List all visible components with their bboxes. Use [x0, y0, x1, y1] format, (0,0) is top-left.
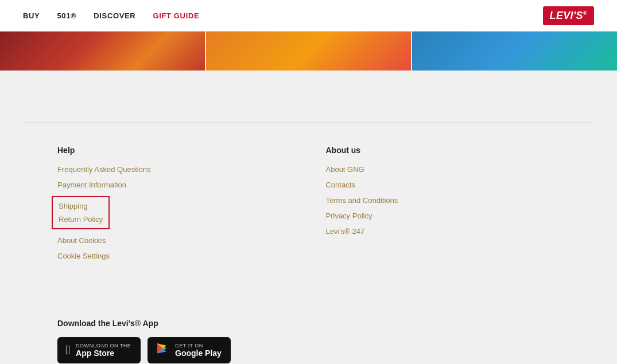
contacts-link[interactable]: Contacts [326, 181, 560, 189]
logo-area: LEVI'S® [543, 6, 594, 25]
apple-icon:  [65, 343, 70, 358]
app-store-main: App Store [76, 349, 131, 358]
terms-link[interactable]: Terms and Conditions [326, 196, 560, 205]
google-play-text: GET IT ON Google Play [175, 343, 222, 358]
hero-image-3 [412, 32, 617, 71]
privacy-link[interactable]: Privacy Policy [326, 212, 560, 220]
nav-gift-guide[interactable]: GIFT GUIDE [153, 11, 199, 20]
payment-link[interactable]: Payment Information [57, 181, 292, 189]
main-nav: BUY 501® DISCOVER GIFT GUIDE [23, 11, 543, 20]
hero-image-1 [0, 32, 205, 71]
about-cookies-link[interactable]: About Cookies [57, 236, 292, 245]
app-section: Download the Levi's® App  Download on t… [0, 319, 617, 363]
app-buttons:  Download on the App Store GET IT ON Go… [57, 337, 560, 363]
google-play-icon [156, 342, 169, 359]
app-title: Download the Levi's® App [57, 319, 560, 328]
header: BUY 501® DISCOVER GIFT GUIDE LEVI'S® [0, 0, 617, 32]
about-gng-link[interactable]: About GNG [326, 165, 560, 174]
about-column: About us About GNG Contacts Terms and Co… [326, 146, 560, 267]
hero-strip [0, 32, 617, 71]
shipping-link[interactable]: Shipping [59, 202, 103, 210]
nav-buy[interactable]: BUY [23, 11, 40, 20]
cookie-settings-link[interactable]: Cookie Settings [57, 252, 292, 260]
faq-link[interactable]: Frequently Asked Questions [57, 165, 292, 174]
levis-logo[interactable]: LEVI'S® [543, 6, 594, 25]
app-store-sub: Download on the [76, 343, 131, 349]
return-policy-link[interactable]: Return Policy [59, 215, 103, 224]
help-column: Help Frequently Asked Questions Payment … [57, 146, 292, 267]
levis247-link[interactable]: Levi's® 247 [326, 227, 560, 236]
nav-501[interactable]: 501® [57, 11, 76, 20]
google-play-main: Google Play [175, 349, 222, 358]
app-store-text: Download on the App Store [76, 343, 131, 358]
footer-content: Help Frequently Asked Questions Payment … [0, 123, 617, 290]
hero-image-2 [206, 32, 411, 71]
footer-columns: Help Frequently Asked Questions Payment … [57, 146, 560, 267]
google-play-sub: GET IT ON [175, 343, 222, 349]
app-store-button[interactable]:  Download on the App Store [57, 337, 141, 363]
highlighted-links-box: Shipping Return Policy [52, 196, 110, 229]
help-heading: Help [57, 146, 292, 155]
nav-discover[interactable]: DISCOVER [94, 11, 135, 20]
about-heading: About us [326, 146, 560, 155]
google-play-button[interactable]: GET IT ON Google Play [148, 337, 231, 363]
